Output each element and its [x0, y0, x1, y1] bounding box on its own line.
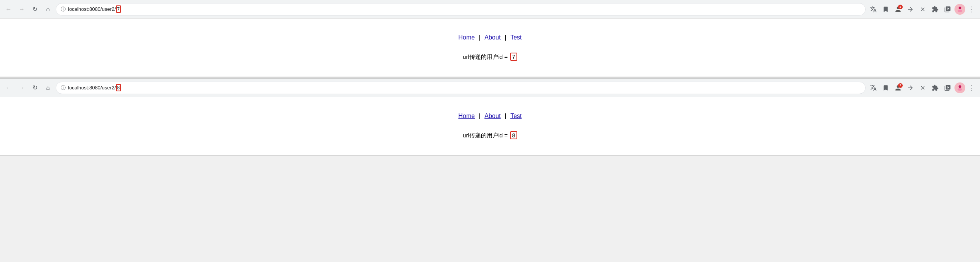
page-content-2: Home | About | Test url传递的用户id = 8 [0, 97, 980, 155]
user-id-display-2: url传递的用户id = 8 [8, 131, 972, 139]
nav-sep-2a: | [479, 113, 481, 119]
menu-dots-1[interactable]: ⋮ [967, 5, 977, 14]
svg-point-2 [959, 85, 961, 88]
back-button-2[interactable]: ← [3, 82, 14, 93]
forward-button-2[interactable]: → [16, 82, 27, 93]
reload-button-1[interactable]: ↻ [29, 4, 40, 15]
reload-button-2[interactable]: ↻ [29, 82, 40, 93]
user-id-label-2: url传递的用户id = [463, 132, 508, 139]
toolbar-2: ← → ↻ ⌂ ⓘ localhost:8080/user2/8 2 [0, 79, 980, 97]
url-id-highlight-1: 7 [116, 5, 121, 13]
page-content-1: Home | About | Test url传递的用户id = 7 [0, 19, 980, 77]
address-text-2: localhost:8080/user2/8 [68, 85, 861, 91]
back-button-1[interactable]: ← [3, 4, 14, 15]
user-id-display-1: url传递的用户id = 7 [8, 53, 972, 61]
nav-sep-1b: | [505, 34, 506, 41]
extension-badge-2: 2 [898, 83, 903, 88]
avatar-button-2[interactable] [954, 82, 965, 93]
home-link-2[interactable]: Home [458, 113, 475, 119]
about-link-2[interactable]: About [484, 113, 501, 119]
url-id-highlight-2: 8 [116, 84, 121, 91]
extensions-button-1[interactable] [930, 4, 941, 15]
test-link-2[interactable]: Test [510, 113, 522, 119]
media-button-1[interactable] [942, 4, 953, 15]
extension-x-button-2[interactable] [917, 82, 928, 93]
extensions-button-2[interactable] [930, 82, 941, 93]
home-button-2[interactable]: ⌂ [43, 82, 53, 93]
bookmark-button-1[interactable] [880, 4, 891, 15]
info-icon-1: ⓘ [61, 6, 66, 13]
bookmark-button-2[interactable] [880, 82, 891, 93]
media-button-2[interactable] [942, 82, 953, 93]
extension-x-button-1[interactable] [917, 4, 928, 15]
test-link-1[interactable]: Test [510, 34, 522, 41]
toolbar-1: ← → ↻ ⌂ ⓘ localhost:8080/user2/7 2 [0, 0, 980, 19]
nav-sep-2b: | [505, 113, 506, 119]
url-base-1: localhost:8080/user2/ [68, 6, 116, 12]
svg-point-3 [958, 88, 962, 91]
nav-sep-1a: | [479, 34, 481, 41]
extension-cam-button-1[interactable]: 2 [893, 4, 903, 15]
home-button-1[interactable]: ⌂ [43, 4, 53, 15]
user-id-label-1: url传递的用户id = [463, 53, 508, 60]
user-id-value-2: 8 [510, 131, 517, 139]
nav-links-2: Home | About | Test [8, 113, 972, 120]
about-link-1[interactable]: About [484, 34, 501, 41]
nav-links-1: Home | About | Test [8, 34, 972, 41]
url-base-2: localhost:8080/user2/ [68, 85, 116, 91]
avatar-button-1[interactable] [954, 4, 965, 15]
translate-button-1[interactable] [868, 4, 879, 15]
home-link-1[interactable]: Home [458, 34, 475, 41]
toolbar-icons-1: 2 ⋮ [868, 4, 977, 15]
browser-window-1: ← → ↻ ⌂ ⓘ localhost:8080/user2/7 2 [0, 0, 980, 77]
info-icon-2: ⓘ [61, 84, 66, 91]
toolbar-icons-2: 2 ⋮ [868, 82, 977, 93]
svg-point-1 [958, 9, 962, 12]
user-id-value-1: 7 [510, 53, 517, 61]
menu-dots-2[interactable]: ⋮ [967, 84, 977, 92]
extension-cam-button-2[interactable]: 2 [893, 82, 903, 93]
forward-button-1[interactable]: → [16, 4, 27, 15]
svg-point-0 [959, 7, 961, 9]
translate-button-2[interactable] [868, 82, 879, 93]
address-bar-1[interactable]: ⓘ localhost:8080/user2/7 [56, 3, 866, 15]
extension-arrow-button-1[interactable] [905, 4, 916, 15]
address-bar-2[interactable]: ⓘ localhost:8080/user2/8 [56, 82, 866, 94]
extension-arrow-button-2[interactable] [905, 82, 916, 93]
extension-badge-1: 2 [898, 5, 903, 9]
address-text-1: localhost:8080/user2/7 [68, 6, 861, 12]
browser-window-2: ← → ↻ ⌂ ⓘ localhost:8080/user2/8 2 [0, 79, 980, 156]
